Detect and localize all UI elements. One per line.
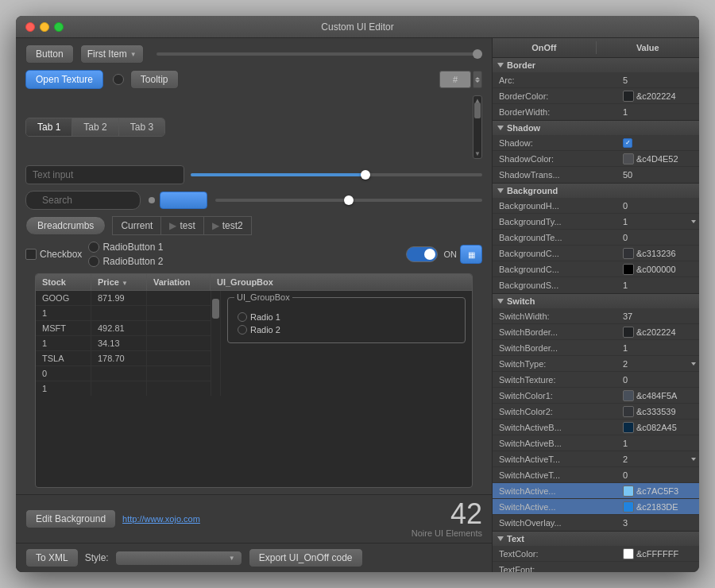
radio2-circle[interactable] [88, 256, 99, 267]
open-texture-button[interactable]: Open Texture [25, 70, 103, 89]
switchtype-value[interactable]: 2 [620, 358, 699, 370]
breadcrumbs-button[interactable]: Breadcrumbs [25, 216, 106, 235]
shadow-value[interactable]: ✓ [620, 137, 699, 149]
background-title: Background [507, 186, 558, 195]
close-button[interactable] [25, 22, 35, 32]
row-controls: Checkbox RadioButton 1 RadioButton 2 [25, 242, 482, 267]
shadowtrans-label: ShadowTrans... [493, 168, 620, 181]
bordercolor-swatch [623, 91, 634, 102]
group-radio2-circle[interactable] [238, 325, 247, 335]
tooltip-button[interactable]: Tooltip [130, 70, 179, 89]
rp-col-value: Value [597, 41, 700, 54]
textcolor-value[interactable]: &cFFFFFF [620, 547, 699, 561]
blue-square-button[interactable]: ▦ [460, 245, 482, 264]
shadow-collapse-icon[interactable] [497, 126, 504, 130]
first-item-dropdown[interactable]: First Item ▼ [80, 44, 144, 64]
table-section: Stock Price ▼ Variation UI_GroupBox GOOG [16, 273, 492, 494]
checkbox-control[interactable]: Checkbox [25, 249, 82, 260]
minimize-button[interactable] [40, 22, 49, 32]
to-xml-button[interactable]: To XML [25, 548, 79, 567]
switchactive-c2-value[interactable]: &c2183DE [620, 500, 699, 514]
edit-background-button[interactable]: Edit Background [25, 509, 116, 528]
switchactivet1-value[interactable]: 2 [620, 453, 699, 466]
text-input-field[interactable] [25, 165, 184, 184]
col-header-stock[interactable]: Stock [36, 274, 91, 290]
group-radio2-label: Radio 2 [250, 325, 280, 335]
col-header-group[interactable]: UI_GroupBox [211, 274, 472, 290]
table-row: 1 34.13 [36, 336, 211, 351]
rp-section-border: Border Arc: 5 BorderColor: &c202224 [493, 58, 699, 121]
search-slider[interactable] [215, 199, 482, 202]
group-radio1-circle[interactable] [238, 312, 247, 322]
table-data-cols: GOOG 871.99 1 MSFT 492.81 [36, 291, 211, 396]
table-row: MSFT 492.81 [36, 321, 211, 336]
toggle-switch[interactable] [406, 246, 438, 262]
style-dropdown[interactable]: ▼ [115, 551, 242, 566]
radio2-control[interactable]: RadioButton 2 [88, 256, 163, 267]
breadcrumb-current: Current [112, 216, 160, 235]
rp-row-switchc1: SwitchColor1: &c484F5A [493, 388, 699, 404]
cell-var-5 [147, 366, 211, 381]
shadowcolor-value[interactable]: &c4D4E52 [620, 152, 699, 166]
switchc1-swatch [623, 390, 634, 401]
bgtype-value[interactable]: 1 [620, 215, 699, 228]
switchactiveb2-value: 1 [620, 437, 699, 450]
cell-price-4: 178.70 [91, 351, 147, 366]
switchborderc-value[interactable]: &c202224 [620, 325, 699, 339]
radio1-label: RadioButton 1 [102, 242, 163, 253]
table-scrollbar[interactable] [211, 291, 220, 396]
blue-pill-button[interactable] [160, 191, 207, 209]
bg-collapse-icon[interactable] [497, 188, 504, 193]
radio1-circle[interactable] [88, 242, 99, 253]
switchborderc-swatch [623, 327, 634, 338]
website-link[interactable]: http://www.xojo.com [122, 514, 200, 524]
toggle-knob [424, 249, 435, 260]
radio1-control[interactable]: RadioButton 1 [88, 242, 163, 253]
switchactive-c1-label: SwitchActive... [493, 485, 620, 497]
shadowcolor-swatch [623, 153, 634, 164]
bgtype-label: BackgroundTy... [493, 215, 620, 228]
checkbox-box[interactable] [25, 249, 37, 260]
bgc1-value[interactable]: &c313236 [620, 246, 699, 261]
group-radio1[interactable]: Radio 1 [234, 311, 458, 323]
slider-thumb[interactable] [361, 170, 370, 180]
slider-track[interactable] [191, 173, 482, 176]
rp-row-textcolor: TextColor: &cFFFFFF [493, 546, 699, 562]
breadcrumb-arrow-icon: ▶ [169, 220, 176, 231]
bottom-bar: Edit Background http://www.xojo.com 42 N… [16, 494, 492, 543]
rp-row-bordercolor: BorderColor: &c202224 [493, 88, 699, 104]
col-header-price[interactable]: Price ▼ [91, 274, 147, 290]
table-header: Stock Price ▼ Variation UI_GroupBox [36, 274, 472, 291]
switchactive-c1-value[interactable]: &c7AC5F3 [620, 484, 699, 498]
rp-section-shadow: Shadow Shadow: ✓ ShadowColor: &c4D4E52 [493, 121, 699, 184]
switchactiveb1-value[interactable]: &c082A45 [620, 420, 699, 435]
rp-row-shadow: Shadow: ✓ [493, 135, 699, 151]
bordercolor-value[interactable]: &c202224 [620, 89, 699, 103]
switchc2-value[interactable]: &c333539 [620, 404, 699, 419]
switch-collapse-icon[interactable] [497, 299, 504, 304]
shadow-label: Shadow: [493, 137, 620, 149]
radio-dot[interactable] [113, 74, 124, 85]
search-input[interactable] [25, 191, 141, 210]
switchc1-value[interactable]: &c484F5A [620, 389, 699, 403]
cell-stock-3: 1 [36, 336, 91, 350]
button-widget[interactable]: Button [25, 44, 74, 64]
export-button[interactable]: Export UI_OnOff code [249, 548, 363, 567]
cell-var-2 [147, 321, 211, 335]
switchactive-c2-swatch [623, 501, 634, 513]
tab-2[interactable]: Tab 2 [72, 118, 118, 136]
slider-container[interactable] [191, 173, 482, 176]
table-row: 1 [36, 381, 211, 396]
tab-3[interactable]: Tab 3 [119, 118, 164, 136]
text-collapse-icon[interactable] [497, 536, 504, 541]
collapse-icon[interactable] [497, 63, 504, 68]
stepper-up-down[interactable] [473, 71, 482, 88]
switchtex-label: SwitchTexture: [493, 373, 620, 386]
col-header-variation[interactable]: Variation [147, 274, 211, 290]
maximize-button[interactable] [54, 22, 64, 32]
shadow-checkbox[interactable]: ✓ [623, 138, 632, 148]
group-radio2[interactable]: Radio 2 [234, 323, 458, 336]
tab-group: Tab 1 Tab 2 Tab 3 [25, 118, 165, 137]
bgc2-value[interactable]: &c000000 [620, 262, 699, 277]
tab-1[interactable]: Tab 1 [26, 118, 72, 136]
